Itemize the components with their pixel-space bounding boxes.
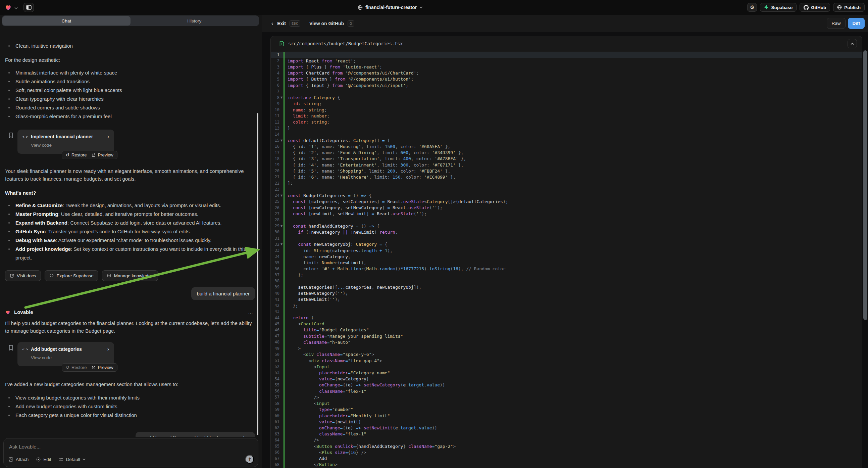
- code-text: const [categories, setCategories] = Reac…: [284, 199, 508, 204]
- code-content[interactable]: 12import React from 'react';3import { Pl…: [271, 51, 862, 468]
- line-number: 68: [271, 462, 279, 467]
- code-line: 67 Add: [271, 455, 862, 461]
- code-line: 54 value={newCategory}: [271, 376, 862, 382]
- manage-knowledge-button[interactable]: Manage knowledge: [102, 270, 158, 281]
- model-selector[interactable]: Default: [59, 457, 86, 462]
- line-number: 37: [271, 273, 279, 277]
- line-number: 11: [271, 114, 279, 118]
- raw-toggle-button[interactable]: Raw: [827, 18, 845, 29]
- version-card[interactable]: < > Implement financial planner › View c…: [18, 129, 114, 154]
- file-diff-card: src/components/budget/BudgetCategories.t…: [271, 36, 862, 468]
- supabase-button[interactable]: Supabase: [760, 3, 797, 12]
- line-number: 29: [271, 224, 279, 228]
- code-text: const newCategoryObj: Category = {: [284, 242, 387, 247]
- line-number: 45: [271, 322, 279, 326]
- view-code-link[interactable]: View code: [31, 355, 110, 360]
- explore-supabase-button[interactable]: Explore Supabase: [44, 270, 98, 281]
- file-path: src/components/budget/BudgetCategories.t…: [288, 41, 403, 46]
- code-text: const [newLimit, setNewLimit] = React.us…: [284, 211, 427, 216]
- chat-scrollbar[interactable]: [257, 113, 258, 435]
- fold-caret-icon[interactable]: ▼: [279, 243, 283, 246]
- publish-button[interactable]: Publish: [833, 3, 865, 12]
- code-line: 42 };: [271, 302, 862, 309]
- chat-input[interactable]: [9, 442, 253, 450]
- code-text: />: [284, 395, 319, 400]
- line-number: 31: [271, 236, 279, 241]
- code-line: 11 limit: number;: [271, 113, 862, 119]
- assistant-paragraph: I've added a new budget categories manag…: [5, 380, 253, 388]
- line-number: 21: [271, 175, 279, 179]
- exit-button[interactable]: Exit: [277, 21, 286, 26]
- line-number: 63: [271, 432, 279, 436]
- top-bullet-list: Clean, intuitive navigation: [5, 41, 255, 50]
- restore-icon: ↺: [66, 365, 69, 370]
- attach-button[interactable]: Attach: [8, 457, 29, 462]
- more-options-icon[interactable]: …: [248, 309, 254, 315]
- code-line: 56 className="flex-1": [271, 388, 862, 394]
- restore-button[interactable]: ↺Restore: [66, 365, 87, 370]
- code-line: 66 <Plus size={16} />: [271, 449, 862, 455]
- code-text: <Button onClick={handleAddCategory} clas…: [284, 444, 456, 449]
- restore-button[interactable]: ↺Restore: [66, 152, 87, 157]
- tab-chat[interactable]: Chat: [2, 16, 130, 26]
- diff-toggle-button[interactable]: Diff: [848, 18, 865, 29]
- code-scrollbar[interactable]: [863, 50, 867, 320]
- visit-docs-button[interactable]: Visit docs: [5, 270, 41, 281]
- view-on-github-link[interactable]: View on GitHub: [309, 21, 344, 26]
- line-number: 51: [271, 358, 279, 363]
- project-switcher[interactable]: financial-future-creator: [358, 0, 423, 15]
- fold-caret-icon[interactable]: ▼: [279, 225, 283, 228]
- send-button[interactable]: ↑: [245, 455, 254, 464]
- code-text: name: string;: [284, 108, 327, 113]
- code-icon: < >: [22, 347, 31, 351]
- code-text: { id: '3', name: 'Transportation', limit…: [284, 156, 466, 161]
- code-line: 16 { id: '1', name: 'Housing', limit: 15…: [271, 143, 862, 149]
- code-text: onChange={(e) => setNewLimit(e.target.va…: [284, 426, 437, 430]
- code-line: 4import ChartCard from '@/components/ui/…: [271, 70, 862, 76]
- code-text: { id: '6', name: 'Healthcare', limit: 15…: [284, 175, 456, 180]
- chevron-down-icon[interactable]: [14, 7, 18, 9]
- chat-scroll-area[interactable]: Clean, intuitive navigation For the desi…: [0, 41, 262, 437]
- gear-icon: ⚙: [750, 4, 754, 10]
- diff-added-gutter: [283, 217, 284, 223]
- code-text: <Input: [284, 364, 330, 369]
- line-number: 49: [271, 346, 279, 351]
- fold-caret-icon[interactable]: ▼: [279, 139, 283, 142]
- version-card-implement-financial-planner: < > Implement financial planner › View c…: [5, 129, 255, 159]
- collapse-file-button[interactable]: [847, 39, 857, 48]
- globe-icon: [837, 5, 842, 10]
- settings-button[interactable]: ⚙: [747, 3, 757, 12]
- line-number: 13: [271, 126, 279, 130]
- edit-mode-button[interactable]: Edit: [36, 457, 51, 462]
- sidebar-toggle-button[interactable]: [24, 3, 34, 12]
- bookmark-icon[interactable]: [8, 132, 13, 138]
- code-line: 61 value={newLimit}: [271, 419, 862, 425]
- g-key-badge: G: [348, 21, 354, 27]
- code-line: 7: [271, 88, 862, 94]
- version-card-title: Implement financial planner: [31, 134, 93, 139]
- lovable-logo-heart-icon[interactable]: [4, 4, 12, 11]
- bookmark-icon[interactable]: [8, 345, 13, 351]
- line-number: 5: [271, 77, 279, 82]
- assistant-paragraph: Your sleek financial planner is now read…: [5, 167, 253, 183]
- top-bar: financial-future-creator ⚙ Supabase GitH…: [0, 0, 868, 15]
- tab-history[interactable]: History: [130, 16, 259, 26]
- diff-added-gutter: [283, 235, 284, 241]
- code-text: import React from 'react';: [284, 58, 356, 63]
- view-code-link[interactable]: View code: [31, 143, 110, 148]
- github-button[interactable]: GitHub: [800, 3, 830, 12]
- preview-button[interactable]: Preview: [92, 365, 113, 370]
- file-path-row[interactable]: src/components/budget/BudgetCategories.t…: [271, 36, 862, 51]
- fold-caret-icon[interactable]: ▼: [279, 96, 283, 99]
- line-number: 16: [271, 144, 279, 149]
- back-chevron-icon[interactable]: ‹: [271, 20, 274, 27]
- fold-caret-icon[interactable]: ▼: [279, 194, 283, 197]
- line-number: 36: [271, 267, 279, 271]
- preview-button[interactable]: Preview: [92, 152, 113, 157]
- code-text: const defaultCategories: Category[] = [: [284, 138, 390, 143]
- code-line: 20 { id: '5', name: 'Shopping', limit: 2…: [271, 168, 862, 174]
- version-card[interactable]: < > Add budget categories › View code: [18, 342, 114, 366]
- line-number: 59: [271, 407, 279, 412]
- code-text: }: [284, 125, 290, 130]
- code-line: 47 subtitle="Manage your spending limits…: [271, 333, 862, 339]
